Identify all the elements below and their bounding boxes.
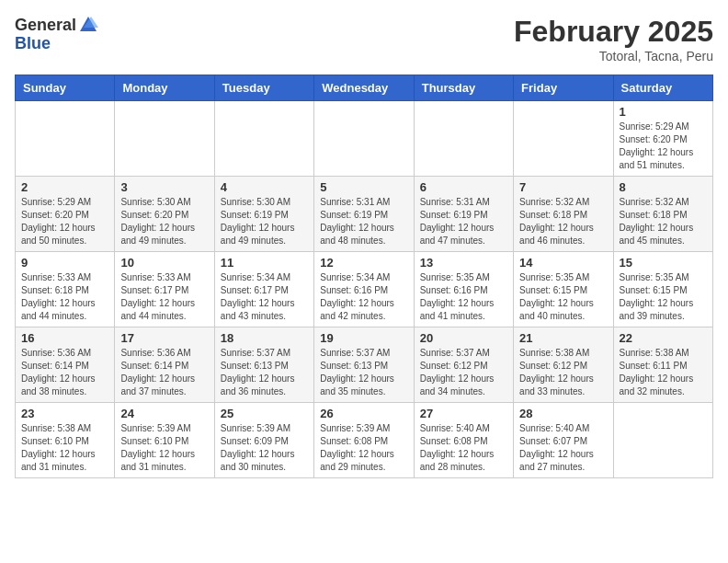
week-row-4: 23Sunrise: 5:38 AM Sunset: 6:10 PM Dayli…	[16, 403, 713, 478]
day-info: Sunrise: 5:32 AM Sunset: 6:18 PM Dayligh…	[620, 196, 707, 247]
logo-blue: Blue	[15, 34, 51, 52]
calendar-cell: 26Sunrise: 5:39 AM Sunset: 6:08 PM Dayli…	[314, 403, 414, 478]
day-number: 13	[420, 256, 507, 270]
weekday-header-thursday: Thursday	[414, 75, 513, 101]
day-info: Sunrise: 5:30 AM Sunset: 6:20 PM Dayligh…	[120, 196, 208, 247]
day-number: 18	[221, 331, 308, 345]
day-number: 28	[519, 407, 607, 420]
day-info: Sunrise: 5:40 AM Sunset: 6:07 PM Dayligh…	[519, 422, 607, 474]
day-info: Sunrise: 5:37 AM Sunset: 6:13 PM Dayligh…	[320, 347, 407, 398]
day-info: Sunrise: 5:29 AM Sunset: 6:20 PM Dayligh…	[21, 196, 108, 247]
weekday-header-tuesday: Tuesday	[214, 75, 313, 101]
calendar-cell	[214, 101, 313, 177]
day-number: 7	[519, 180, 607, 194]
calendar-cell: 17Sunrise: 5:36 AM Sunset: 6:14 PM Dayli…	[115, 327, 214, 403]
weekday-header-sunday: Sunday	[16, 75, 115, 101]
calendar-cell: 3Sunrise: 5:30 AM Sunset: 6:20 PM Daylig…	[115, 177, 214, 252]
calendar-cell: 28Sunrise: 5:40 AM Sunset: 6:07 PM Dayli…	[514, 403, 613, 478]
day-number: 16	[21, 331, 108, 345]
day-number: 6	[420, 180, 507, 194]
calendar-cell	[314, 101, 414, 177]
day-info: Sunrise: 5:39 AM Sunset: 6:08 PM Dayligh…	[320, 422, 407, 474]
calendar-cell: 12Sunrise: 5:34 AM Sunset: 6:16 PM Dayli…	[314, 252, 414, 327]
day-info: Sunrise: 5:34 AM Sunset: 6:17 PM Dayligh…	[221, 271, 308, 323]
calendar-cell	[514, 101, 613, 177]
calendar-cell: 23Sunrise: 5:38 AM Sunset: 6:10 PM Dayli…	[16, 403, 115, 478]
week-row-1: 2Sunrise: 5:29 AM Sunset: 6:20 PM Daylig…	[16, 177, 713, 252]
day-info: Sunrise: 5:40 AM Sunset: 6:08 PM Dayligh…	[420, 422, 507, 474]
calendar-cell: 7Sunrise: 5:32 AM Sunset: 6:18 PM Daylig…	[514, 177, 613, 252]
day-info: Sunrise: 5:38 AM Sunset: 6:12 PM Dayligh…	[519, 347, 607, 398]
day-info: Sunrise: 5:33 AM Sunset: 6:18 PM Dayligh…	[21, 271, 108, 323]
month-title: February 2025	[514, 15, 713, 49]
day-number: 9	[21, 256, 108, 270]
day-number: 4	[221, 180, 308, 194]
day-number: 22	[620, 331, 707, 345]
calendar-cell: 25Sunrise: 5:39 AM Sunset: 6:09 PM Dayli…	[214, 403, 313, 478]
calendar-cell: 8Sunrise: 5:32 AM Sunset: 6:18 PM Daylig…	[613, 177, 712, 252]
day-info: Sunrise: 5:29 AM Sunset: 6:20 PM Dayligh…	[620, 121, 707, 172]
day-info: Sunrise: 5:37 AM Sunset: 6:12 PM Dayligh…	[420, 347, 507, 398]
calendar-cell: 21Sunrise: 5:38 AM Sunset: 6:12 PM Dayli…	[514, 327, 613, 403]
day-number: 3	[120, 180, 208, 194]
day-info: Sunrise: 5:31 AM Sunset: 6:19 PM Dayligh…	[320, 196, 407, 247]
day-number: 1	[620, 105, 707, 119]
day-number: 23	[21, 407, 108, 420]
calendar-body: 1Sunrise: 5:29 AM Sunset: 6:20 PM Daylig…	[16, 101, 713, 478]
day-number: 19	[320, 331, 407, 345]
day-number: 11	[221, 256, 308, 270]
calendar-cell: 19Sunrise: 5:37 AM Sunset: 6:13 PM Dayli…	[314, 327, 414, 403]
weekday-header-row: SundayMondayTuesdayWednesdayThursdayFrid…	[16, 75, 713, 101]
day-info: Sunrise: 5:37 AM Sunset: 6:13 PM Dayligh…	[221, 347, 308, 398]
weekday-header-wednesday: Wednesday	[314, 75, 414, 101]
day-number: 21	[519, 331, 607, 345]
day-info: Sunrise: 5:32 AM Sunset: 6:18 PM Dayligh…	[519, 196, 607, 247]
calendar-cell: 9Sunrise: 5:33 AM Sunset: 6:18 PM Daylig…	[16, 252, 115, 327]
day-info: Sunrise: 5:39 AM Sunset: 6:10 PM Dayligh…	[120, 422, 208, 474]
title-block: February 2025 Totoral, Tacna, Peru	[514, 15, 713, 63]
day-number: 24	[120, 407, 208, 420]
day-number: 26	[320, 407, 407, 420]
calendar-cell: 22Sunrise: 5:38 AM Sunset: 6:11 PM Dayli…	[613, 327, 712, 403]
calendar-cell: 24Sunrise: 5:39 AM Sunset: 6:10 PM Dayli…	[115, 403, 214, 478]
calendar: SundayMondayTuesdayWednesdayThursdayFrid…	[15, 75, 713, 478]
logo-icon	[78, 15, 98, 35]
day-info: Sunrise: 5:35 AM Sunset: 6:15 PM Dayligh…	[620, 271, 707, 323]
day-number: 8	[620, 180, 707, 194]
day-number: 2	[21, 180, 108, 194]
weekday-header-friday: Friday	[514, 75, 613, 101]
calendar-cell: 14Sunrise: 5:35 AM Sunset: 6:15 PM Dayli…	[514, 252, 613, 327]
logo: General Blue	[15, 15, 98, 52]
day-info: Sunrise: 5:31 AM Sunset: 6:19 PM Dayligh…	[420, 196, 507, 247]
calendar-cell: 5Sunrise: 5:31 AM Sunset: 6:19 PM Daylig…	[314, 177, 414, 252]
calendar-cell: 2Sunrise: 5:29 AM Sunset: 6:20 PM Daylig…	[16, 177, 115, 252]
day-info: Sunrise: 5:38 AM Sunset: 6:11 PM Dayligh…	[620, 347, 707, 398]
day-info: Sunrise: 5:30 AM Sunset: 6:19 PM Dayligh…	[221, 196, 308, 247]
weekday-header-saturday: Saturday	[613, 75, 712, 101]
day-number: 27	[420, 407, 507, 420]
calendar-cell: 16Sunrise: 5:36 AM Sunset: 6:14 PM Dayli…	[16, 327, 115, 403]
week-row-3: 16Sunrise: 5:36 AM Sunset: 6:14 PM Dayli…	[16, 327, 713, 403]
page-header: General Blue February 2025 Totoral, Tacn…	[15, 15, 713, 63]
day-info: Sunrise: 5:39 AM Sunset: 6:09 PM Dayligh…	[221, 422, 308, 474]
calendar-cell: 18Sunrise: 5:37 AM Sunset: 6:13 PM Dayli…	[214, 327, 313, 403]
week-row-2: 9Sunrise: 5:33 AM Sunset: 6:18 PM Daylig…	[16, 252, 713, 327]
logo-general: General	[15, 17, 76, 33]
calendar-cell: 15Sunrise: 5:35 AM Sunset: 6:15 PM Dayli…	[613, 252, 712, 327]
calendar-cell	[115, 101, 214, 177]
day-number: 5	[320, 180, 407, 194]
day-number: 12	[320, 256, 407, 270]
day-info: Sunrise: 5:33 AM Sunset: 6:17 PM Dayligh…	[120, 271, 208, 323]
location-title: Totoral, Tacna, Peru	[514, 49, 713, 63]
day-number: 25	[221, 407, 308, 420]
day-info: Sunrise: 5:34 AM Sunset: 6:16 PM Dayligh…	[320, 271, 407, 323]
day-info: Sunrise: 5:35 AM Sunset: 6:16 PM Dayligh…	[420, 271, 507, 323]
calendar-cell	[414, 101, 513, 177]
day-info: Sunrise: 5:35 AM Sunset: 6:15 PM Dayligh…	[519, 271, 607, 323]
day-info: Sunrise: 5:36 AM Sunset: 6:14 PM Dayligh…	[21, 347, 108, 398]
day-number: 15	[620, 256, 707, 270]
day-number: 17	[120, 331, 208, 345]
calendar-cell: 20Sunrise: 5:37 AM Sunset: 6:12 PM Dayli…	[414, 327, 513, 403]
day-info: Sunrise: 5:36 AM Sunset: 6:14 PM Dayligh…	[120, 347, 208, 398]
day-info: Sunrise: 5:38 AM Sunset: 6:10 PM Dayligh…	[21, 422, 108, 474]
